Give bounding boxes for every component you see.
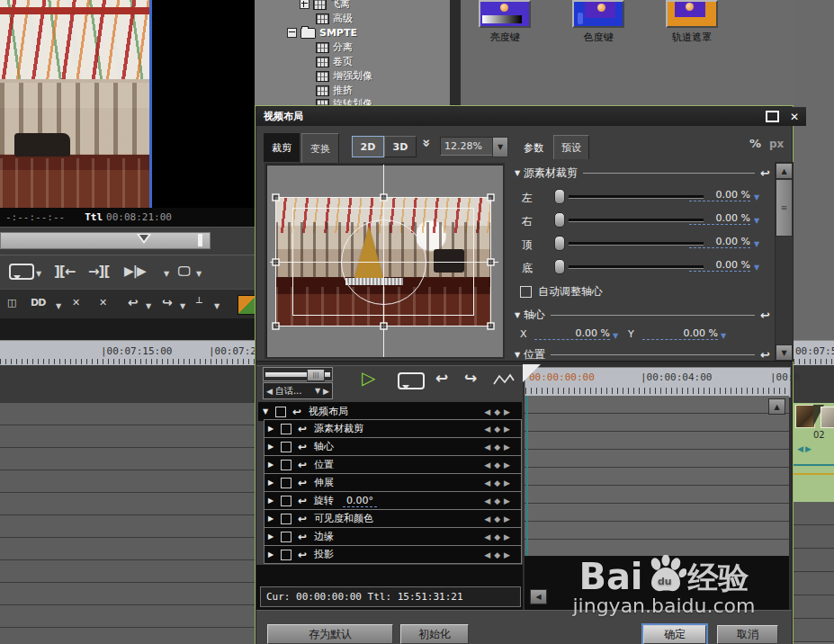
row-enable-checkbox[interactable] xyxy=(281,442,291,452)
kf-scroll-left-button[interactable]: ◀ xyxy=(530,589,547,604)
value-spinner-icon[interactable]: ▼ xyxy=(721,332,726,340)
tab-transform[interactable]: 变换 xyxy=(301,133,339,163)
undo-icon[interactable]: ↩ xyxy=(435,369,448,387)
delete-icon[interactable]: ✕ xyxy=(99,297,106,309)
value-spinner-icon[interactable]: ▼ xyxy=(754,264,759,272)
auto-anchor-checkbox[interactable] xyxy=(520,286,532,298)
close-icon[interactable]: ✕ xyxy=(790,112,799,122)
rotation-value[interactable]: 0.00° xyxy=(343,495,377,507)
tab-presets[interactable]: 预设 xyxy=(553,135,589,159)
param-value[interactable]: 0.00 % xyxy=(689,236,750,248)
unit-px-button[interactable]: px xyxy=(769,138,784,150)
play-around-icon[interactable]: ▶|▶ xyxy=(124,264,146,278)
preset-dropdown-icon[interactable]: ▼ xyxy=(315,387,320,395)
minus-icon[interactable] xyxy=(287,28,297,38)
slider-track[interactable] xyxy=(569,242,704,246)
timeline-ruler-right[interactable]: 00:07:5 xyxy=(794,340,834,367)
expand-icon[interactable]: ▶ xyxy=(268,425,277,433)
tree-item-smpte[interactable]: SMPTE xyxy=(287,26,357,40)
razor-dropdown-icon[interactable]: ▼ xyxy=(214,302,220,310)
slider-thumb[interactable] xyxy=(554,259,565,274)
mode-chip-icon[interactable] xyxy=(238,295,256,315)
comment-icon[interactable] xyxy=(398,372,425,389)
export-icon[interactable]: 🖵 xyxy=(178,264,190,279)
duplicate-icon[interactable]: DD xyxy=(31,297,45,309)
cut-icon[interactable]: ◫ xyxy=(7,297,15,309)
ripple-delete-icon[interactable]: ✕ xyxy=(72,297,79,309)
redo-dropdown-icon[interactable]: ▼ xyxy=(180,302,185,310)
reset-icon[interactable]: ↩ xyxy=(760,309,770,321)
layout-canvas[interactable] xyxy=(265,163,505,359)
row-enable-checkbox[interactable] xyxy=(281,514,291,524)
reset-icon[interactable]: ↩ xyxy=(292,407,301,417)
row-enable-checkbox[interactable] xyxy=(281,460,291,470)
tree-item-advanced[interactable]: 高级 xyxy=(316,12,353,25)
video-track-right[interactable]: 02 ◀▶ xyxy=(794,403,834,502)
keyframe-preset-dropdown[interactable]: ◀ 自话... ▼ ▶ xyxy=(263,382,333,399)
dup-dropdown-icon[interactable]: ▼ xyxy=(56,302,61,310)
params-scrollbar[interactable]: ▲ ≡ ▼ xyxy=(775,162,794,362)
row-enable-checkbox[interactable] xyxy=(281,496,291,506)
comment-icon[interactable] xyxy=(9,264,34,280)
keyframe-nav-icons[interactable]: ◀◆▶ xyxy=(484,496,514,505)
collapse-icon[interactable]: ▼ xyxy=(515,351,524,359)
export-dropdown-icon[interactable]: ▼ xyxy=(196,270,202,278)
undo-icon[interactable]: ↩ xyxy=(128,295,138,309)
keyframe-ruler[interactable]: 00:00:00:00 |00:00:04:00 |00:0 xyxy=(525,367,791,398)
razor-icon[interactable]: ┴ xyxy=(196,297,202,309)
value-spinner-icon[interactable]: ▼ xyxy=(754,240,759,248)
param-value[interactable]: 0.00 % xyxy=(689,189,750,201)
scroll-up-button[interactable]: ▲ xyxy=(776,163,793,179)
expand-icon[interactable]: ▶ xyxy=(268,514,277,523)
kf-row-rotation[interactable]: ▶ ↩ 旋转 0.00° ◀◆▶ xyxy=(264,491,522,510)
expand-icon[interactable]: ▶ xyxy=(268,461,277,469)
tree-item-pageroll[interactable]: 卷页 xyxy=(316,55,353,68)
expand-icon[interactable]: ▶ xyxy=(268,550,277,559)
row-enable-checkbox[interactable] xyxy=(275,407,286,417)
tree-item-split[interactable]: 分离 xyxy=(316,40,353,54)
keyframe-nav-icons[interactable]: ◀◆▶ xyxy=(484,479,514,487)
preset-prev-icon[interactable]: ◀ xyxy=(266,387,273,396)
kf-row-edge[interactable]: ▶ ↩ 边缘 ◀◆▶ xyxy=(264,527,522,546)
reset-icon[interactable]: ↩ xyxy=(298,478,307,488)
cancel-button[interactable]: 取消 xyxy=(717,625,778,644)
mini-slider-thumb[interactable]: ||| xyxy=(307,369,325,381)
expand-icon[interactable]: ▶ xyxy=(268,479,277,487)
curve-editor-icon[interactable] xyxy=(493,373,515,386)
initialize-button[interactable]: 初始化 xyxy=(400,624,469,644)
param-value[interactable]: 0.00 % xyxy=(689,259,750,272)
slider-thumb[interactable] xyxy=(554,212,565,228)
kf-row-shadow[interactable]: ▶ ↩ 投影 ◀◆▶ xyxy=(264,545,522,564)
redo-icon[interactable]: ↪ xyxy=(464,369,477,387)
section-position-header[interactable]: ▼ 位置 ↩ xyxy=(515,347,770,360)
undo-dropdown-icon[interactable]: ▼ xyxy=(146,302,151,310)
reset-icon[interactable]: ↩ xyxy=(298,514,307,524)
keyframe-nav-icons[interactable]: ◀◆▶ xyxy=(484,461,514,470)
tab-params[interactable]: 参数 xyxy=(516,133,552,162)
kf-row-position[interactable]: ▶ ↩ 位置 ◀◆▶ xyxy=(264,455,522,474)
keyframe-nav-icons[interactable]: ◀◆▶ xyxy=(484,550,514,559)
reset-icon[interactable]: ↩ xyxy=(760,167,770,179)
scroll-down-button[interactable]: ▼ xyxy=(776,344,793,361)
slider-track[interactable] xyxy=(569,195,704,199)
row-enable-checkbox[interactable] xyxy=(281,424,291,434)
section-crop-header[interactable]: ▼ 源素材裁剪 ↩ xyxy=(515,165,770,181)
value-spinner-icon[interactable]: ▼ xyxy=(754,193,759,201)
anchor-x-value[interactable]: 0.00 % xyxy=(534,327,610,340)
reset-icon[interactable]: ↩ xyxy=(760,349,770,360)
expand-icon[interactable]: ▶ xyxy=(268,443,277,451)
keyframe-nav-icons[interactable]: ◀◆▶ xyxy=(484,514,514,523)
tree-item-flyaway[interactable]: 飞离 xyxy=(300,0,350,11)
effect-chroma-key[interactable]: 色度键 xyxy=(567,0,630,44)
slider-thumb[interactable] xyxy=(554,189,565,204)
row-enable-checkbox[interactable] xyxy=(281,550,291,560)
kf-row-anchor[interactable]: ▶ ↩ 轴心 ◀◆▶ xyxy=(264,437,522,456)
expand-icon[interactable]: ▶ xyxy=(268,496,277,505)
play-button[interactable]: ▷ xyxy=(362,369,375,387)
reset-icon[interactable]: ↩ xyxy=(298,550,307,560)
preset-next-icon[interactable]: ▶ xyxy=(323,387,329,396)
mode-2d-button[interactable]: 2D xyxy=(352,136,384,157)
kf-row-crop[interactable]: ▶ ↩ 源素材裁剪 ◀◆▶ xyxy=(264,419,522,438)
keyframe-nav-icons[interactable]: ◀◆▶ xyxy=(484,443,514,452)
reset-icon[interactable]: ↩ xyxy=(298,496,307,506)
